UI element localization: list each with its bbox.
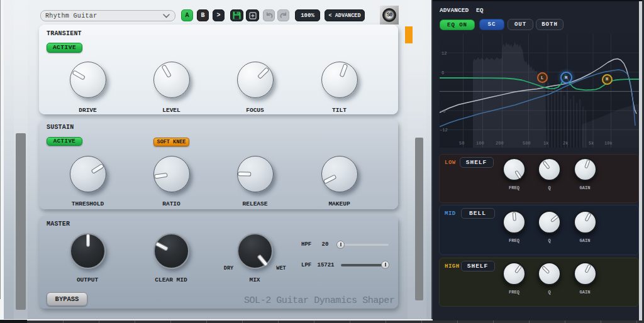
svg-text:10k: 10k — [604, 141, 613, 146]
svg-text:5k: 5k — [589, 141, 594, 146]
svg-text:100: 100 — [476, 141, 484, 146]
svg-text:12: 12 — [441, 51, 447, 56]
svg-text:1k: 1k — [543, 141, 548, 146]
svg-text:200: 200 — [496, 141, 504, 146]
svg-text:-12: -12 — [440, 128, 448, 133]
svg-text:50: 50 — [459, 141, 464, 146]
svg-text:-6: -6 — [440, 109, 445, 114]
svg-text:6: 6 — [441, 70, 444, 75]
svg-text:2k: 2k — [563, 141, 568, 146]
svg-text:500: 500 — [523, 141, 531, 146]
